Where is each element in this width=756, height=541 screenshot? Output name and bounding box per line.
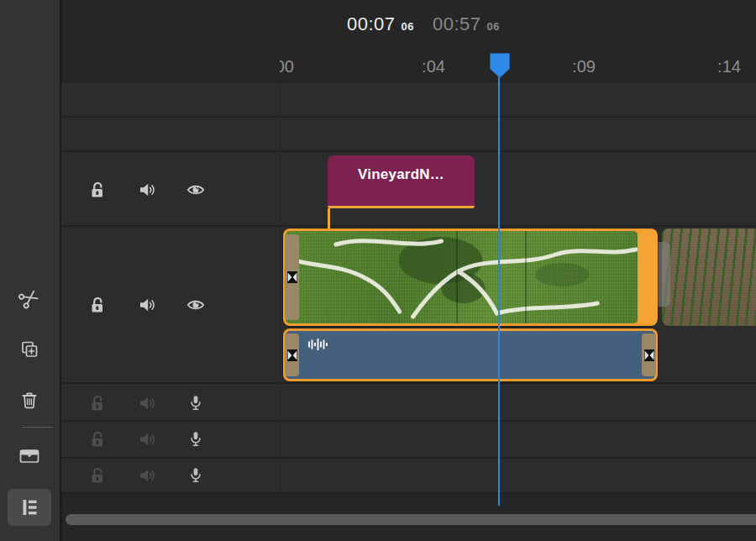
trash-icon — [18, 390, 40, 412]
selected-clip-name-flag[interactable]: VineyardN… — [328, 155, 475, 208]
delete-button[interactable] — [8, 384, 51, 418]
track-controls-button[interactable] — [8, 489, 51, 526]
split-button[interactable] — [8, 281, 51, 315]
track-a1-voiceover-button[interactable] — [185, 392, 207, 414]
collapse-timeline-button[interactable] — [8, 439, 51, 473]
eye-icon — [186, 295, 206, 315]
duplicate-icon — [18, 339, 40, 360]
time-ruler[interactable]: :00 :04 :09 :14 — [280, 50, 756, 82]
speaker-icon — [137, 295, 157, 315]
track-a2-voiceover-button[interactable] — [185, 428, 207, 450]
eye-icon — [186, 180, 206, 200]
track-a1-mute-toggle[interactable] — [136, 392, 158, 414]
lock-open-icon — [87, 465, 108, 486]
track-a3-voiceover-button[interactable] — [185, 465, 207, 486]
selected-audio-clip[interactable] — [283, 328, 658, 381]
collapse-timeline-icon — [18, 445, 41, 467]
track-a3-mute-toggle[interactable] — [136, 465, 158, 486]
scissors-icon — [18, 286, 41, 310]
track-v2-mute-toggle[interactable] — [136, 179, 158, 201]
track-v1-visibility-toggle[interactable] — [185, 294, 207, 316]
ruler-tick: :09 — [563, 57, 605, 76]
speaker-icon — [137, 393, 157, 413]
trim-handle-left[interactable] — [285, 234, 299, 320]
track-a2-mute-toggle[interactable] — [136, 428, 158, 450]
speaker-icon — [137, 429, 157, 449]
microphone-icon — [186, 393, 206, 413]
speaker-icon — [137, 465, 157, 486]
track-a1-lock-toggle[interactable] — [87, 392, 108, 414]
lock-open-icon — [87, 429, 108, 449]
frame-seam — [456, 231, 458, 323]
flag-connector-line — [328, 208, 330, 229]
ruler-tick: :04 — [412, 57, 454, 76]
horizontal-scrollbar-thumb[interactable] — [66, 514, 756, 525]
trim-bowtie-icon — [287, 271, 297, 283]
lock-open-icon — [87, 393, 108, 413]
audio-clip-body — [286, 331, 655, 379]
duplicate-button[interactable] — [8, 333, 51, 366]
playhead-line — [498, 76, 500, 506]
lock-open-icon — [87, 180, 108, 200]
lock-open-icon — [87, 295, 108, 315]
frame-seam — [525, 231, 527, 323]
playhead-handle[interactable] — [489, 52, 511, 79]
toolbar-divider — [22, 427, 53, 428]
track-a2-lock-toggle[interactable] — [87, 428, 108, 450]
waveform-icon — [308, 338, 330, 351]
timeline-panel: { "colors": { "selection_orange": "#F09C… — [0, 0, 756, 541]
next-video-clip[interactable] — [662, 228, 756, 326]
ruler-tick: :00 — [280, 57, 303, 76]
trim-handle-right[interactable] — [642, 334, 656, 376]
microphone-icon — [186, 465, 206, 486]
speaker-icon — [137, 180, 157, 200]
timeline-toolbar — [0, 0, 60, 541]
track-v1-mute-toggle[interactable] — [136, 294, 158, 316]
trim-bowtie-icon — [287, 349, 297, 361]
trim-handle-right[interactable] — [638, 230, 657, 324]
track-v2-visibility-toggle[interactable] — [185, 179, 207, 201]
ruler-tick: :14 — [708, 57, 750, 76]
trim-bowtie-icon — [644, 349, 654, 361]
thumbnail-roads — [286, 231, 638, 323]
selected-video-clip[interactable] — [283, 228, 658, 326]
timeline-clips-area: :00 :04 :09 :14 VineyardN… — [280, 0, 756, 541]
clip-name-label: VineyardN… — [328, 166, 475, 183]
trim-handle-left[interactable] — [285, 334, 299, 376]
track-v1-lock-toggle[interactable] — [87, 294, 108, 316]
microphone-icon — [186, 429, 206, 449]
track-v2-lock-toggle[interactable] — [87, 179, 108, 201]
vineyard-thumbnail — [286, 231, 638, 323]
track-controls-list-icon — [18, 496, 41, 519]
track-a3-lock-toggle[interactable] — [87, 465, 108, 486]
